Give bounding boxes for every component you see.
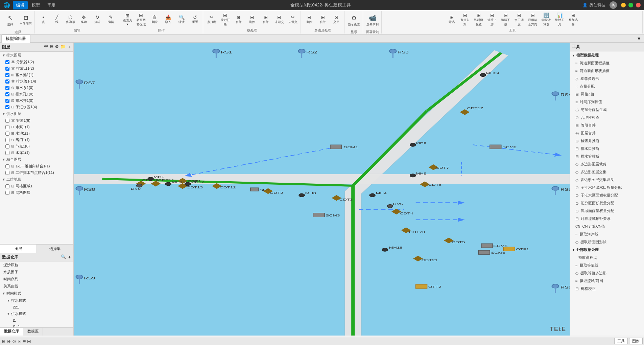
line-button[interactable]: ╱ 线 — [50, 15, 63, 24]
right-item-watershed-extract[interactable]: ≈ 摄取流域/河网 — [570, 277, 644, 285]
data-add-icon[interactable]: ＋ — [67, 254, 71, 260]
layer-tank1[interactable]: ⊞ 蓄水池1(1) — [0, 72, 73, 78]
trace-down-button[interactable]: ⊟ 追踪下游 — [499, 15, 512, 24]
data-group-timemode-title[interactable]: ▼ 时间模式 — [0, 290, 73, 297]
layer-drain1[interactable]: ⌘ 排放口1(2) — [0, 65, 73, 72]
menu-rate[interactable]: 率定 — [44, 1, 59, 9]
right-item-basin-area-alloc[interactable]: ⊙ 汇分区面积权量分配 — [570, 199, 644, 207]
grid-toggle-icon[interactable]: ≡ — [23, 339, 26, 344]
layer-grid-zone1-checkbox[interactable] — [5, 184, 9, 188]
data-group-drainmode-title[interactable]: ▼ 排水模式 — [5, 297, 73, 304]
select-button[interactable]: ↖ 选择 — [3, 12, 18, 29]
set-as-button[interactable]: ⊞ 设置为▼ — [121, 15, 134, 24]
right-item-sub-area-alloc[interactable]: ⊙ 子汇水区面积权量分配 — [570, 191, 644, 199]
zoom-out-icon[interactable]: ⊖ — [7, 339, 11, 344]
reset-button[interactable]: ↺ 重置 — [189, 15, 201, 24]
right-item-river-elev-interp[interactable]: ≈ 河道新面里程插值 — [570, 59, 644, 67]
panel-tab-layers[interactable]: 图层 — [0, 245, 37, 253]
import-button[interactable]: 📥 导入 — [162, 15, 174, 24]
right-item-poly-clip[interactable]: ◇ 多边形图层裁剪 — [570, 160, 644, 168]
plus-icon[interactable]: ＋ — [67, 44, 71, 50]
layer-group-drainage-title[interactable]: ▼ 排水图层 — [0, 52, 73, 59]
polygon-button[interactable]: ⬡ 多边形 — [64, 15, 77, 24]
right-item-cn-calc[interactable]: CN CN 计算CN值 — [570, 223, 644, 230]
right-item-time-interp[interactable]: ≡ 时间序列插值 — [570, 98, 644, 106]
intersect-button[interactable]: ⊠ 交叉 — [330, 15, 343, 24]
layer-sub-catchment1-checkbox[interactable] — [5, 105, 9, 109]
align-break-button[interactable]: ⊞ 按对打断 — [219, 15, 232, 24]
layer-drain-hole1[interactable]: ⊡ 排水孔1(0) — [0, 91, 73, 97]
layer-tank-w1[interactable]: ⊟ 水池1(1) — [0, 130, 73, 137]
layer-grid-layer1[interactable]: ⊟ 网格图层 — [0, 189, 73, 196]
screen-record-button[interactable]: 📹 屏幕录制 — [365, 12, 380, 29]
data-item-quality[interactable]: 水质因子 — [0, 269, 73, 276]
layer-drain-pump1[interactable]: ⊙ 排水泵1(0) — [0, 85, 73, 91]
layer-one-two-merge-checkbox[interactable] — [5, 164, 9, 168]
layer-tank-w1-checkbox[interactable] — [5, 132, 9, 136]
data-item-t1-1[interactable]: t1_1 — [9, 323, 73, 327]
zoom-button[interactable]: 🔍 缩镜 — [175, 15, 188, 24]
right-item-poly-intersect-inv[interactable]: ◇ 多边形图层交集取反 — [570, 176, 644, 184]
layer-reservoir1[interactable]: ⊟ 水库1(1) — [0, 150, 73, 156]
data-group-supplymode-title[interactable]: ▼ 供水模式 — [5, 310, 73, 317]
right-item-section-extract[interactable]: ◇ 摄取断面图形状 — [570, 238, 644, 246]
right-item-rationality[interactable]: ⊙ 合理性检查 — [570, 114, 644, 121]
data-plan-button[interactable]: ⊟ 数据方案 — [459, 15, 472, 24]
click-break-button[interactable]: ✂ 点打断 — [205, 15, 218, 24]
right-item-poly-extract[interactable]: ◇ 摄取等值多边形 — [570, 269, 644, 277]
right-item-grid-z[interactable]: ⊞ 网格Z值 — [570, 90, 644, 98]
right-group-model-data-title[interactable]: 模型数据处理 — [570, 51, 644, 59]
union-button[interactable]: ⊞ 合并 — [316, 15, 329, 24]
layer-drain-hole1-checkbox[interactable] — [5, 92, 9, 96]
layer-drain-well1[interactable]: ⊡ 排水井1(0) — [0, 97, 73, 104]
add-layer-icon[interactable]: 📁 — [60, 44, 66, 50]
dissolve-button[interactable]: ⊟ 删除 — [303, 15, 316, 24]
extend-button[interactable]: ⊟ 末端交 — [273, 15, 286, 24]
legend-button[interactable]: 图例 — [629, 338, 643, 344]
query-button[interactable]: ⊟ 删除 — [246, 15, 259, 24]
display-dir-button[interactable]: ⊟ 显示箱合方向 — [526, 15, 539, 24]
maximize-button[interactable]: □ — [628, 3, 633, 7]
right-item-pipe-merge[interactable]: ⊟ 管段合并 — [570, 121, 644, 129]
layer-grid-layer1-checkbox[interactable] — [5, 191, 9, 195]
layer-divider1[interactable]: ⌘ 分流器1(2) — [0, 59, 73, 65]
right-item-point-alloc[interactable]: ·: 点量分配 — [570, 83, 644, 90]
right-item-grid-correct[interactable]: ⊟ 栅格校正 — [570, 285, 644, 293]
data-item-timeseries[interactable]: 时间序列 — [0, 276, 73, 283]
stat-calc-button[interactable]: 📊 统计工具 — [553, 15, 566, 24]
zoom-fit-icon[interactable]: ⊙ — [12, 339, 16, 344]
data-item-t1[interactable]: t1 — [9, 317, 73, 323]
tab-model-editor[interactable]: 模型编辑器 — [1, 34, 30, 43]
layer-joint1-checkbox[interactable] — [5, 144, 9, 148]
layer-valve1-checkbox[interactable] — [5, 138, 9, 142]
right-group-external-title[interactable]: 外部数据处理 — [570, 246, 644, 254]
source-tab-warehouse[interactable]: 数据仓库 — [0, 328, 23, 336]
right-item-elev-extract[interactable]: · 摄取高程点 — [570, 254, 644, 261]
right-item-chicago-rain[interactable]: ◌ 芝加哥雨型生成 — [570, 106, 644, 114]
trace-up-button[interactable]: ⊟ 追踪上游 — [486, 15, 499, 24]
layer-pipe1-checkbox[interactable] — [5, 119, 9, 123]
layer-pipe1[interactable]: ⌘ 管道1(6) — [0, 117, 73, 124]
zoom-home-icon[interactable]: ⊡ — [18, 339, 22, 344]
move-button[interactable]: ✥ 移动 — [77, 15, 90, 24]
display-settings-button[interactable]: ⚙ 显示设置 — [347, 12, 361, 29]
data-item-221[interactable]: 221 — [9, 304, 73, 310]
source-tab-source[interactable]: 数据源 — [23, 328, 43, 336]
layer-sub-catchment1[interactable]: ⊟ 子汇水区1(4) — [0, 104, 73, 110]
panel-tab-selection[interactable]: 选择集 — [37, 245, 74, 253]
layer-drain1-checkbox[interactable] — [5, 67, 9, 71]
combine-button[interactable]: ⊞ 合并 — [259, 15, 272, 24]
right-item-drain-pipe-infer[interactable]: ⊟ 排水管推断 — [570, 153, 644, 160]
layer-list-icon[interactable]: ⊞ — [27, 339, 31, 344]
zoom-in-icon[interactable]: ⊕ — [1, 339, 5, 344]
layer-two-drain-merge[interactable]: ⊟ 二维排水节点精合1(11) — [0, 169, 73, 176]
right-item-outfall-infer[interactable]: ⊟ 排水口推断 — [570, 145, 644, 153]
layer-pump1[interactable]: ⊙ 水泵1(1) — [0, 124, 73, 130]
layer-divider1-checkbox[interactable] — [5, 60, 9, 64]
current-layer-button[interactable]: ⊞ 当前图层 — [18, 12, 33, 29]
tools-button[interactable]: 工具 — [614, 338, 628, 344]
layer-one-two-merge[interactable]: ⊟ 1-1一维侧向精合1(1) — [0, 163, 73, 169]
right-item-manhole-infer[interactable]: ⊕ 检查井推断 — [570, 137, 644, 145]
right-item-poly-intersect[interactable]: ◇ 多边形图层交集 — [570, 168, 644, 176]
water-depth-button[interactable]: ⊟ 水工调度 — [513, 15, 526, 24]
